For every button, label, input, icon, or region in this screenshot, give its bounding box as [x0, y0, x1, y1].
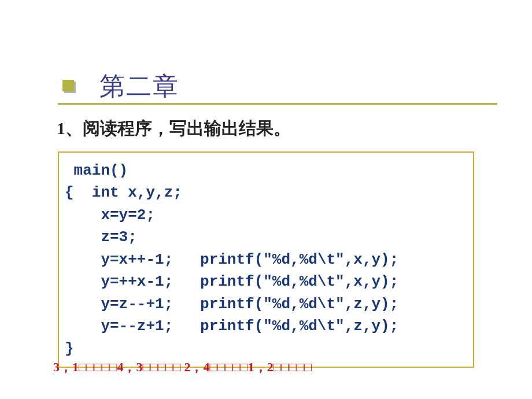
question-number: 1 [57, 119, 65, 138]
code-line-7: y=z--+1; printf("%d,%d\t",z,y); [65, 293, 467, 315]
code-line-6: y=++x-1; printf("%d,%d\t",x,y); [65, 271, 467, 293]
slide: 第二章 1、阅读程序，写出输出结果。 main() { int x,y,z; x… [0, 0, 532, 399]
code-line-3: x=y=2; [65, 204, 467, 226]
code-line-4: z=3; [65, 226, 467, 248]
question-sep: 、 [65, 119, 83, 138]
code-box: main() { int x,y,z; x=y=2; z=3; y=x++-1;… [58, 152, 474, 368]
chapter-title: 第二章 [99, 69, 497, 104]
answer-output: 3，1□□□□□4，3□□□□□ 2，4□□□□□1，2□□□□□ [53, 359, 312, 376]
code-line-9: } [65, 338, 467, 360]
code-line-1: main() [65, 160, 467, 182]
title-area: 第二章 [58, 69, 497, 104]
question-text: 1、阅读程序，写出输出结果。 [57, 117, 291, 141]
title-underline [58, 103, 497, 105]
code-line-8: y=--z+1; printf("%d,%d\t",z,y); [65, 315, 467, 337]
code-line-5: y=x++-1; printf("%d,%d\t",x,y); [65, 249, 467, 271]
code-line-2: { int x,y,z; [65, 182, 467, 204]
question-body: 阅读程序，写出输出结果。 [83, 119, 291, 138]
